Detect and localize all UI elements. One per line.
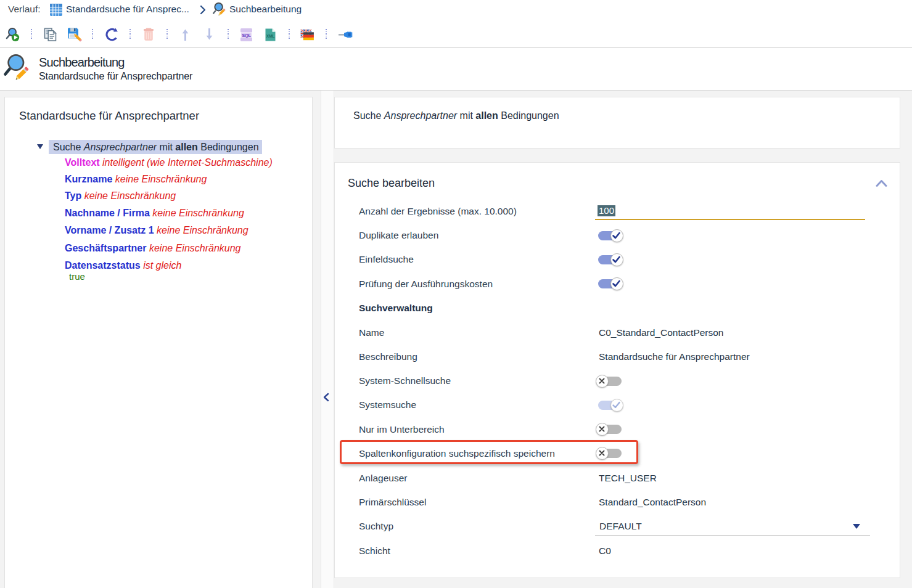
svg-text:XML: XML <box>266 33 275 38</box>
svg-text:SQL: SQL <box>242 33 251 38</box>
